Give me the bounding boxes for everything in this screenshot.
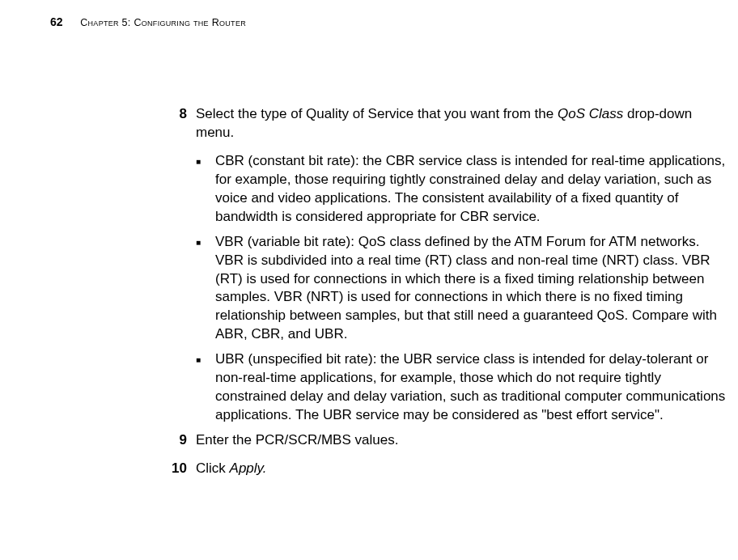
step-8: 8 Select the type of Quality of Service … (164, 105, 731, 142)
page-number: 62 (50, 15, 63, 28)
bullet-item: ■ CBR (constant bit rate): the CBR servi… (196, 152, 731, 227)
step-text-pre: Select the type of Quality of Service th… (196, 106, 558, 121)
bullet-text: CBR (constant bit rate): the CBR service… (215, 152, 731, 227)
step-9: 9 Enter the PCR/SCR/MBS values. (164, 431, 731, 450)
bullet-item: ■ UBR (unspecified bit rate): the UBR se… (196, 350, 731, 425)
step-number: 9 (164, 431, 187, 450)
chapter-label: Chapter 5: Configuring the Router (80, 17, 246, 28)
step-text: Click Apply. (196, 460, 731, 478)
page-header: 62 Chapter 5: Configuring the Router (50, 15, 246, 30)
bullet-text: VBR (variable bit rate): QoS class defin… (215, 233, 731, 345)
bullet-marker-icon: ■ (196, 152, 215, 227)
step-10: 10 Click Apply. (164, 460, 731, 478)
bullet-item: ■ VBR (variable bit rate): QoS class def… (196, 233, 731, 345)
main-content: 8 Select the type of Quality of Service … (164, 105, 731, 488)
step-text-italic: Apply. (230, 460, 267, 476)
bullet-marker-icon: ■ (196, 350, 215, 425)
step-text: Enter the PCR/SCR/MBS values. (196, 431, 731, 450)
step-number: 10 (164, 460, 187, 478)
step-number: 8 (164, 105, 187, 142)
bullet-marker-icon: ■ (196, 233, 215, 345)
bullet-list: ■ CBR (constant bit rate): the CBR servi… (196, 152, 731, 425)
step-text-italic: QoS Class (558, 106, 623, 121)
step-text: Select the type of Quality of Service th… (196, 105, 731, 142)
step-text-pre: Click (196, 460, 230, 476)
bullet-text: UBR (unspecified bit rate): the UBR serv… (215, 350, 731, 425)
